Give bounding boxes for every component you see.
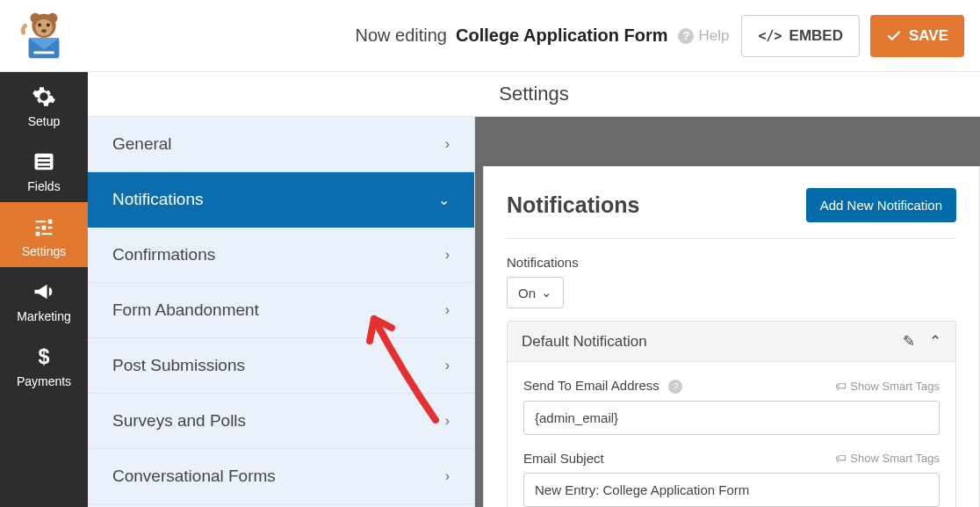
- chevron-right-icon: ›: [445, 468, 450, 484]
- send-to-label: Send To Email Address: [523, 378, 659, 393]
- svg-rect-11: [38, 157, 50, 159]
- collapse-icon[interactable]: ⌃: [929, 332, 941, 351]
- embed-button[interactable]: </> EMBED: [741, 15, 860, 57]
- submenu-item-notifications[interactable]: Notifications ⌄: [88, 172, 474, 228]
- sidebar-item-setup[interactable]: Setup: [0, 72, 88, 137]
- send-to-input[interactable]: [523, 401, 940, 435]
- sidebar-item-fields[interactable]: Fields: [0, 137, 88, 202]
- help-icon[interactable]: ?: [668, 380, 682, 394]
- form-title: College Application Form: [456, 25, 668, 46]
- dollar-icon: $: [32, 344, 56, 369]
- section-heading: Settings: [88, 72, 980, 117]
- help-icon: ?: [678, 28, 694, 44]
- settings-submenu: General › Notifications ⌄ Confirmations …: [88, 117, 475, 507]
- toggle-label: Notifications: [507, 255, 956, 270]
- check-icon: [886, 28, 902, 44]
- svg-point-5: [47, 23, 50, 26]
- submenu-item-post-submissions[interactable]: Post Submissions ›: [88, 338, 474, 394]
- chevron-down-icon: ⌄: [438, 192, 450, 208]
- email-subject-input[interactable]: [523, 473, 940, 507]
- chevron-right-icon: ›: [445, 247, 450, 263]
- tag-icon: 🏷: [835, 452, 847, 465]
- chevron-right-icon: ›: [445, 302, 450, 318]
- sidebar-item-settings[interactable]: Settings: [0, 202, 88, 267]
- svg-rect-13: [38, 166, 50, 168]
- chevron-right-icon: ›: [445, 136, 450, 152]
- main-sidebar: Setup Fields Settings Marketing $ Paymen…: [0, 72, 88, 507]
- email-subject-label: Email Subject: [523, 451, 604, 466]
- chevron-right-icon: ›: [445, 413, 450, 429]
- svg-text:$: $: [39, 345, 50, 368]
- svg-point-3: [35, 18, 52, 35]
- help-link[interactable]: ? Help: [678, 27, 729, 45]
- megaphone-icon: [32, 279, 56, 304]
- notifications-toggle[interactable]: On ⌄: [507, 277, 564, 308]
- add-notification-button[interactable]: Add New Notification: [806, 188, 956, 222]
- app-logo: [0, 0, 88, 72]
- list-icon: [32, 149, 56, 174]
- submenu-item-general[interactable]: General ›: [88, 117, 474, 172]
- svg-rect-9: [33, 51, 54, 54]
- svg-rect-12: [38, 162, 50, 163]
- smart-tags-link[interactable]: 🏷 Show Smart Tags: [835, 452, 940, 465]
- sidebar-item-payments[interactable]: $ Payments: [0, 332, 88, 397]
- gear-icon: [32, 84, 56, 109]
- chevron-right-icon: ›: [445, 358, 450, 373]
- submenu-item-form-abandonment[interactable]: Form Abandonment ›: [88, 283, 474, 338]
- code-icon: </>: [758, 28, 782, 44]
- submenu-item-conversational-forms[interactable]: Conversational Forms ›: [88, 449, 474, 504]
- notification-block-header: Default Notification ✎ ⌃: [508, 322, 955, 362]
- save-button[interactable]: SAVE: [870, 15, 964, 57]
- submenu-item-confirmations[interactable]: Confirmations ›: [88, 228, 474, 283]
- edit-icon[interactable]: ✎: [903, 332, 915, 351]
- svg-point-6: [41, 29, 47, 33]
- chevron-down-icon: ⌄: [541, 285, 552, 301]
- sidebar-item-marketing[interactable]: Marketing: [0, 267, 88, 332]
- editing-label: Now editing: [355, 25, 447, 46]
- tag-icon: 🏷: [835, 380, 847, 393]
- submenu-item-surveys-polls[interactable]: Surveys and Polls ›: [88, 394, 474, 449]
- smart-tags-link[interactable]: 🏷 Show Smart Tags: [835, 380, 940, 393]
- panel-heading: Notifications: [507, 192, 639, 218]
- notifications-panel: Notifications Add New Notification Notif…: [483, 166, 980, 507]
- sliders-icon: [32, 214, 56, 239]
- svg-point-4: [38, 23, 41, 26]
